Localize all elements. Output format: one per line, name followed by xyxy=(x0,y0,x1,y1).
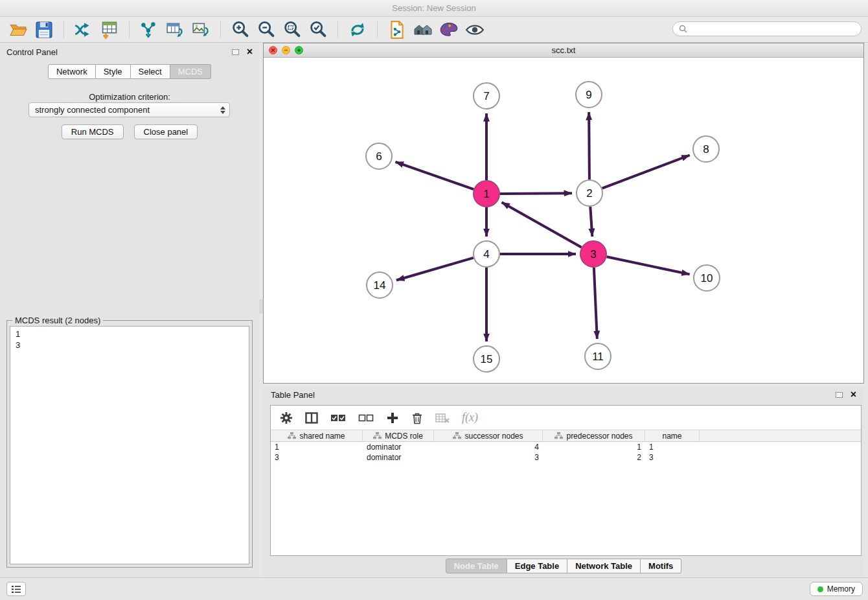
graph-node-9[interactable]: 9 xyxy=(576,82,602,108)
cell-name[interactable]: 3 xyxy=(645,453,700,462)
close-panel-button[interactable]: Close panel xyxy=(134,124,198,139)
table-row[interactable]: 1 dominator 4 1 1 xyxy=(271,442,861,452)
toolbar-separator xyxy=(129,21,130,38)
tab-select[interactable]: Select xyxy=(131,64,170,79)
status-bar: Memory xyxy=(0,577,868,600)
network-window-titlebar[interactable]: scc.txt xyxy=(264,43,863,58)
houses-icon[interactable] xyxy=(413,20,433,40)
columns-icon[interactable] xyxy=(305,412,318,424)
memory-button[interactable]: Memory xyxy=(810,582,863,596)
graph-node-11[interactable]: 11 xyxy=(585,343,611,369)
graph-node-14[interactable]: 14 xyxy=(367,272,393,298)
close-panel-icon[interactable]: × xyxy=(247,47,253,56)
save-icon[interactable] xyxy=(34,20,54,40)
column-header-successor-nodes[interactable]: successor nodes xyxy=(434,430,543,441)
cell-predecessor-nodes[interactable]: 1 xyxy=(543,443,645,452)
cell-shared-name[interactable]: 1 xyxy=(271,443,363,452)
toolbar-separator xyxy=(337,21,338,38)
tab-motifs[interactable]: Motifs xyxy=(641,559,681,573)
control-panel-title: Control Panel xyxy=(6,47,58,57)
zoom-out-icon[interactable] xyxy=(257,20,276,40)
column-type-icon xyxy=(554,432,563,439)
table-tabs: Node Table Edge Table Network Table Moti… xyxy=(263,559,864,573)
graph-edge-1-2[interactable] xyxy=(500,193,572,194)
cell-name[interactable]: 1 xyxy=(645,443,700,452)
run-mcds-button[interactable]: Run MCDS xyxy=(62,124,124,139)
network-arrows-icon[interactable] xyxy=(139,20,159,40)
graph-edge-3-1[interactable] xyxy=(502,202,582,247)
minimize-traffic-light[interactable] xyxy=(282,46,290,54)
trash-icon[interactable] xyxy=(411,411,423,424)
column-label: successor nodes xyxy=(464,432,523,441)
graph-edge-2-3[interactable] xyxy=(590,207,592,237)
graph-edge-2-8[interactable] xyxy=(602,156,690,189)
import-network-icon[interactable] xyxy=(74,20,93,40)
deselect-all-icon[interactable] xyxy=(358,413,374,422)
cell-shared-name[interactable]: 3 xyxy=(271,453,363,462)
search-input[interactable] xyxy=(691,23,861,35)
graph-node-7[interactable]: 7 xyxy=(474,83,499,109)
graph-edge-4-14[interactable] xyxy=(396,258,474,281)
cell-successor-nodes[interactable]: 4 xyxy=(434,443,543,452)
delete-table-icon[interactable] xyxy=(435,412,450,424)
zoom-selected-icon[interactable] xyxy=(308,20,328,40)
graph-node-8[interactable]: 8 xyxy=(693,136,719,162)
folder-open-icon[interactable] xyxy=(8,20,28,40)
search-box[interactable] xyxy=(672,21,862,36)
toolbar-separator xyxy=(377,21,378,38)
refresh-icon[interactable] xyxy=(348,20,367,40)
graph-node-10[interactable]: 10 xyxy=(694,265,720,291)
column-header-shared-name[interactable]: shared name xyxy=(271,430,363,441)
column-type-icon xyxy=(373,432,382,439)
add-column-icon[interactable] xyxy=(386,411,399,424)
column-header-name[interactable]: name xyxy=(645,430,700,441)
column-header-predecessor-nodes[interactable]: predecessor nodes xyxy=(543,430,645,441)
table-panel-header: Table Panel × xyxy=(263,386,864,403)
graph-node-2[interactable]: 2 xyxy=(577,180,602,206)
graph-node-3[interactable]: 3 xyxy=(580,241,606,267)
graph-node-1[interactable]: 1 xyxy=(474,181,499,207)
panel-menu-button[interactable] xyxy=(6,582,26,596)
zoom-fit-icon[interactable] xyxy=(282,20,302,40)
close-traffic-light[interactable] xyxy=(269,46,277,54)
cell-predecessor-nodes[interactable]: 2 xyxy=(543,453,645,462)
column-header-mcds-role[interactable]: MCDS role xyxy=(363,430,434,441)
import-table-icon[interactable] xyxy=(100,20,119,40)
cell-mcds-role[interactable]: dominator xyxy=(363,443,434,452)
graph-node-4[interactable]: 4 xyxy=(474,241,499,267)
graph-edge-2-9[interactable] xyxy=(589,112,589,179)
select-all-icon[interactable] xyxy=(330,413,346,422)
graph-edge-3-11[interactable] xyxy=(594,268,597,339)
function-icon[interactable]: f(x) xyxy=(462,411,478,424)
list-icon xyxy=(12,586,21,593)
zoom-traffic-light[interactable] xyxy=(295,46,303,54)
graph-node-6[interactable]: 6 xyxy=(366,143,392,169)
graph-edge-1-6[interactable] xyxy=(396,162,474,189)
column-label: name xyxy=(662,432,681,441)
float-table-panel-icon[interactable] xyxy=(836,392,843,398)
tab-style[interactable]: Style xyxy=(96,64,131,79)
image-arrow-icon[interactable] xyxy=(191,20,211,40)
zoom-in-icon[interactable] xyxy=(231,20,250,40)
tab-mcds[interactable]: MCDS xyxy=(170,64,211,79)
close-table-panel-icon[interactable]: × xyxy=(851,390,856,399)
optimization-criterion-dropdown[interactable]: strongly connected component xyxy=(29,102,230,117)
eye-icon[interactable] xyxy=(465,20,485,40)
tab-network[interactable]: Network xyxy=(48,64,96,79)
panel-splitter[interactable] xyxy=(260,299,262,314)
tab-network-table[interactable]: Network Table xyxy=(567,559,641,573)
cell-successor-nodes[interactable]: 3 xyxy=(434,453,543,462)
mcds-result-list[interactable]: 1 3 xyxy=(10,326,249,564)
paint-icon[interactable] xyxy=(439,20,459,40)
gear-icon[interactable] xyxy=(280,411,293,424)
float-panel-icon[interactable] xyxy=(232,49,239,55)
table-row[interactable]: 3 dominator 3 2 3 xyxy=(271,452,861,463)
graph-edge-3-10[interactable] xyxy=(607,257,690,274)
document-network-icon[interactable] xyxy=(387,20,407,40)
tab-edge-table[interactable]: Edge Table xyxy=(507,559,567,573)
table-arrow-icon[interactable] xyxy=(165,20,185,40)
graph-node-15[interactable]: 15 xyxy=(474,346,499,372)
tab-node-table[interactable]: Node Table xyxy=(446,559,507,573)
cell-mcds-role[interactable]: dominator xyxy=(363,453,434,462)
network-canvas[interactable]: 7968124314101511 xyxy=(264,58,863,383)
